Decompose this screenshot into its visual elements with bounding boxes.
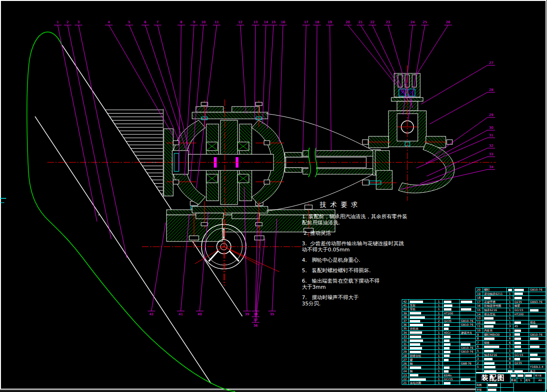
bom-cell-material xyxy=(513,316,529,321)
bom-cell-name xyxy=(483,337,507,341)
balloon-label-36: 36 xyxy=(254,324,258,328)
bom-cell-standard xyxy=(460,312,476,315)
leader-line xyxy=(129,25,180,143)
bom-cell-no: 34 xyxy=(402,331,409,335)
leader-line xyxy=(240,25,246,114)
bom-cell-no: 16 xyxy=(476,304,483,308)
leader-line xyxy=(330,25,331,151)
bom-cell-qty xyxy=(507,288,513,292)
bom-cell-qty: 1 xyxy=(435,335,443,339)
bom-cell-standard xyxy=(460,327,476,330)
bom-cell-material xyxy=(513,296,529,300)
qty-label: 数量 xyxy=(511,378,517,383)
balloon-label-11: 11 xyxy=(215,20,219,24)
bom-table-left: 42 1 41 车架 1 40 车轮 1 39 1 HT200 38 2 xyxy=(402,299,476,385)
bom-cell-no: 17 xyxy=(476,300,483,304)
bom-cell-no: 18 xyxy=(476,296,483,300)
bom-cell-material xyxy=(443,327,460,330)
bom-cell-qty: 1 xyxy=(507,304,513,308)
bom-cell-name xyxy=(483,349,507,353)
bom-row: 29 1 GB10-76 xyxy=(402,350,476,354)
balloon-label-3: 3 xyxy=(78,20,79,24)
balloon-label-13: 13 xyxy=(254,20,258,24)
bom-cell-qty: 1 xyxy=(507,312,513,317)
bom-row: 36 2 GB10-76 xyxy=(402,323,476,327)
bom-cell-material: Q235 xyxy=(443,319,460,323)
bom-cell-no: 1 xyxy=(476,365,483,369)
bom-row: 18 1 xyxy=(476,296,546,300)
bom-cell-no: 24 xyxy=(402,369,409,373)
bom-cell-qty: 1 xyxy=(507,296,513,300)
bom-cell-standard xyxy=(529,349,546,353)
bom-cell-name xyxy=(483,345,507,349)
tb-blk3 xyxy=(525,374,534,378)
bom-cell-name xyxy=(483,316,507,321)
bom-row: 22 1 GCr15 xyxy=(402,377,476,381)
bom-cell-name xyxy=(483,361,507,365)
balloon-label-2: 2 xyxy=(67,20,69,24)
cad-canvas: 1234567891011121314151617181920212223242… xyxy=(0,0,547,392)
bom-row: 41 车架 1 xyxy=(402,303,476,307)
bom-cell-qty: 6 xyxy=(507,337,513,341)
bom-cell-name: 铜套 xyxy=(483,341,507,345)
bom-cell-no: 25 xyxy=(402,365,409,369)
bom-cell-material xyxy=(443,315,460,319)
balloon-label-27: 27 xyxy=(489,61,494,65)
bom-cell-standard xyxy=(529,353,546,357)
bom-cell-material: GCr15 xyxy=(513,353,529,357)
bom-cell-material xyxy=(513,321,529,325)
bom-cell-name xyxy=(483,321,507,325)
bom-row: 14 锥齿星轮 1 HT200 xyxy=(476,312,546,317)
bom-row: 9 螺钉M8X30 3 GB10-76 xyxy=(476,333,546,337)
bom-cell-qty: 1 xyxy=(435,358,443,362)
leader-line xyxy=(158,25,190,154)
leader-line xyxy=(303,25,306,151)
bom-cell-name xyxy=(409,300,435,303)
bom-cell-standard: GB10-76 xyxy=(460,319,476,323)
bom-cell-name: 联轴器弹性圈 xyxy=(483,304,507,308)
bom-row: 17 花键开槽 1 Q235 GB93-76 xyxy=(476,300,546,304)
checked-by-value xyxy=(487,388,501,392)
tech-requirement-item: 3. 少齿差传动部件输出轴与花键连接时其跳 动不得大于0.05mm xyxy=(302,241,422,253)
bom-cell-no: 19 xyxy=(476,292,483,296)
bom-cell-name: 油毛毡圈 xyxy=(409,381,435,385)
bom-cell-material xyxy=(443,339,460,342)
bom-cell-standard xyxy=(460,381,476,385)
bom-row: 38 2 xyxy=(402,315,476,319)
bom-cell-standard xyxy=(460,339,476,342)
bom-row: 31 1 xyxy=(402,342,476,346)
leader-line xyxy=(279,25,283,142)
bom-cell-standard: GB8-76 xyxy=(460,362,476,365)
bom-cell-name xyxy=(409,323,435,327)
bom-cell-no: 28 xyxy=(402,354,409,358)
bom-cell-no: 23 xyxy=(402,374,409,377)
drawn-by-value xyxy=(487,383,501,388)
balloon-label-42: 42 xyxy=(150,312,154,316)
bom-cell-standard xyxy=(460,354,476,358)
bom-cell-no: 32 xyxy=(402,339,409,342)
bom-cell-material xyxy=(513,349,529,353)
bom-row: 8 6 xyxy=(476,337,546,341)
drawing-no-value: A0 xyxy=(534,378,546,383)
bom-cell-name: 轴承6216 xyxy=(483,353,507,357)
bom-cell-standard xyxy=(529,341,546,345)
bom-cell-no: 30 xyxy=(402,346,409,350)
balloon-label-31: 31 xyxy=(489,134,494,137)
bom-cell-name: 花键开槽 xyxy=(483,300,507,304)
bom-cell-qty: 1 xyxy=(507,300,513,304)
bom-cell-qty: 1 xyxy=(435,331,443,335)
leader-line xyxy=(244,187,247,311)
bom-cell-material: Q235 xyxy=(513,361,529,365)
drawing-no-label: 图号 xyxy=(525,378,534,383)
balloon-label-25: 25 xyxy=(423,20,427,24)
bom-cell-no: 42 xyxy=(402,300,409,303)
balloon-label-21: 21 xyxy=(359,20,363,24)
leader-line xyxy=(272,219,277,311)
bom-cell-qty: 1 xyxy=(435,381,443,385)
bom-cell-no: 5 xyxy=(476,349,483,353)
balloon-label-10: 10 xyxy=(202,20,206,24)
bom-cell-qty: 8 xyxy=(507,357,513,361)
leader-line xyxy=(372,25,408,100)
bom-cell-qty: 1 xyxy=(507,345,513,349)
bom-cell-qty: 6 xyxy=(507,341,513,345)
